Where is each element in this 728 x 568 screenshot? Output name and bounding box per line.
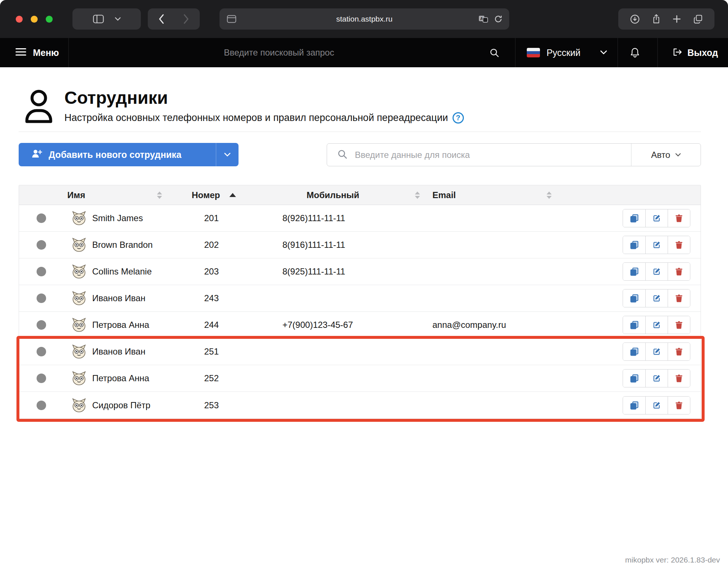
row-actions (623, 209, 690, 227)
copy-button[interactable] (623, 343, 645, 360)
user-icon (23, 88, 55, 126)
employee-email (418, 232, 619, 258)
language-dropdown[interactable]: Русский (527, 38, 607, 67)
employee-email: anna@company.ru (418, 312, 619, 338)
copy-button[interactable] (623, 289, 645, 307)
logout-label: Выход (687, 48, 718, 58)
copy-button[interactable] (623, 316, 645, 334)
copy-button[interactable] (623, 209, 645, 227)
copy-button[interactable] (623, 236, 645, 254)
browser-chrome: station.astpbx.ru A (0, 0, 728, 38)
minimize-button[interactable] (31, 16, 38, 23)
reload-icon[interactable] (494, 15, 503, 23)
add-employee-button[interactable]: Добавить нового сотрудника (19, 143, 239, 166)
filter-label: Авто (651, 150, 670, 160)
cat-avatar-icon (71, 264, 87, 280)
copy-icon (630, 267, 639, 276)
edit-icon (652, 401, 661, 410)
table-row[interactable]: Иванов Иван 243 (19, 285, 701, 312)
downloads-button[interactable] (630, 14, 640, 24)
edit-icon (652, 267, 661, 276)
edit-button[interactable] (645, 343, 668, 360)
table-row[interactable]: Collins Melanie 203 8(925)111-11-11 (19, 258, 701, 285)
employee-name: Сидоров Пётр (92, 400, 150, 410)
back-button[interactable] (158, 14, 164, 24)
translate-icon[interactable]: A (479, 14, 488, 24)
copy-button[interactable] (623, 370, 645, 387)
filter-dropdown[interactable]: Авто (631, 144, 701, 166)
status-dot (37, 240, 46, 250)
cat-avatar-icon (71, 237, 87, 253)
table-row[interactable]: Brown Brandon 202 8(916)111-11-11 (19, 232, 701, 258)
delete-button[interactable] (668, 236, 690, 254)
close-button[interactable] (16, 16, 23, 23)
delete-button[interactable] (668, 397, 690, 414)
column-header-email[interactable]: Email (418, 185, 619, 205)
page-header: Сотрудники Настройка основных телефонных… (23, 88, 464, 126)
url-text: station.astpbx.ru (336, 15, 393, 23)
help-icon[interactable]: ? (453, 112, 464, 124)
delete-button[interactable] (668, 370, 690, 387)
tab-overview-button[interactable] (693, 14, 703, 24)
copy-icon (630, 347, 639, 356)
table-row[interactable]: Петрова Анна 244 +7(900)123-45-67 anna@c… (19, 312, 701, 338)
row-actions (623, 289, 690, 307)
page-subtitle: Настройка основных телефонных номеров и … (64, 112, 448, 124)
menu-button[interactable]: Меню (15, 38, 59, 67)
forward-button[interactable] (183, 14, 189, 24)
column-header-actions (619, 185, 701, 205)
logout-button[interactable]: Выход (672, 38, 718, 67)
share-button[interactable] (652, 14, 661, 24)
browser-window: station.astpbx.ru A (0, 0, 728, 568)
employee-mobile: 8(926)111-11-11 (253, 205, 418, 231)
app-header: Меню Русский Выход (0, 38, 728, 67)
delete-button[interactable] (668, 209, 690, 227)
employee-number: 203 (187, 258, 253, 285)
new-tab-button[interactable] (672, 15, 681, 23)
employee-mobile (253, 285, 418, 311)
table-row[interactable]: Петрова Анна 252 (19, 365, 701, 392)
employee-email (418, 338, 619, 365)
flag-ru-icon (527, 48, 540, 57)
add-employee-dropdown[interactable] (216, 143, 239, 166)
edit-icon (652, 347, 661, 356)
copy-button[interactable] (623, 263, 645, 280)
edit-button[interactable] (645, 236, 668, 254)
search-icon[interactable] (489, 48, 499, 59)
bell-icon[interactable] (630, 47, 640, 59)
address-bar[interactable]: station.astpbx.ru A (219, 8, 509, 30)
table-row[interactable]: Smith James 201 8(926)111-11-11 (19, 205, 701, 232)
delete-button[interactable] (668, 289, 690, 307)
edit-icon (652, 213, 661, 223)
edit-button[interactable] (645, 289, 668, 307)
edit-button[interactable] (645, 316, 668, 334)
copy-button[interactable] (623, 397, 645, 414)
column-header-number[interactable]: Номер (187, 185, 253, 205)
add-employee-label: Добавить нового сотрудника (49, 149, 181, 160)
table-row[interactable]: Сидоров Пётр 253 (19, 392, 701, 419)
cat-avatar-icon (71, 210, 87, 226)
edit-button[interactable] (645, 209, 668, 227)
chevron-down-icon[interactable] (115, 17, 121, 21)
row-actions (623, 369, 690, 387)
delete-icon (674, 401, 684, 410)
delete-button[interactable] (668, 263, 690, 280)
menu-icon (15, 48, 26, 58)
zoom-button[interactable] (46, 16, 53, 23)
search-icon (337, 149, 348, 161)
employee-number: 253 (187, 392, 253, 419)
delete-button[interactable] (668, 343, 690, 360)
edit-button[interactable] (645, 370, 668, 387)
column-header-name[interactable]: Имя (63, 185, 187, 205)
global-search-input[interactable] (224, 38, 484, 67)
edit-button[interactable] (645, 263, 668, 280)
delete-button[interactable] (668, 316, 690, 334)
main-content: Сотрудники Настройка основных телефонных… (0, 67, 728, 568)
table-row[interactable]: Иванов Иван 251 (19, 338, 701, 365)
edit-button[interactable] (645, 397, 668, 414)
sidebar-toggle[interactable] (72, 8, 141, 30)
table-search-input[interactable] (348, 144, 631, 166)
header-divider-line (19, 132, 701, 132)
column-header-mobile[interactable]: Мобильный (253, 185, 418, 205)
edit-icon (652, 320, 661, 330)
